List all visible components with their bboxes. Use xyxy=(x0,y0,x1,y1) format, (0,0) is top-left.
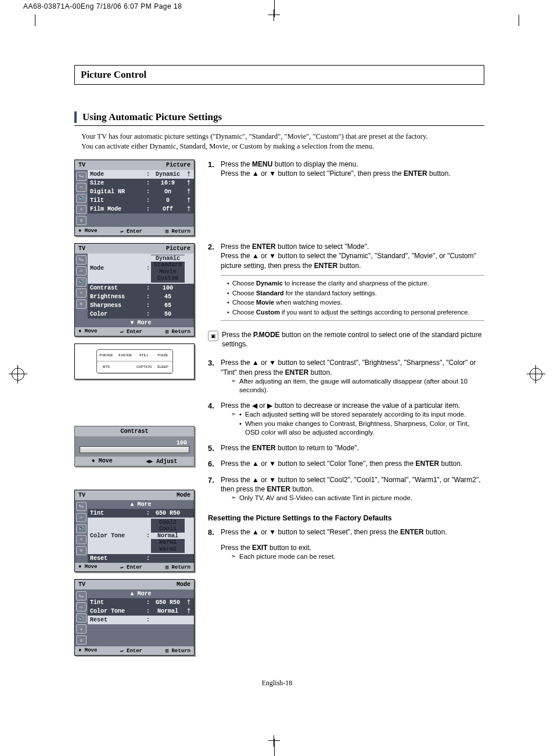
osd-menu-mode-colortone: TVMode ⮑ ▭ 🔊 ✕ ✿ ▲ More Tint:G50 R50 xyxy=(74,490,195,573)
step-3: 3. Press the ▲ or ▼ button to select "Co… xyxy=(208,358,484,395)
channel-icon: ✕ xyxy=(76,535,87,544)
step-1: 1. Press the MENU button to display the … xyxy=(208,160,484,178)
registration-mark-icon xyxy=(268,9,280,21)
input-icon: ⮑ xyxy=(76,502,87,511)
input-icon: ⮑ xyxy=(76,172,87,181)
remote-control-diagram: P.MODES.MODESTILLP.SIZEMTSCAPTIONSLEEP xyxy=(74,343,195,379)
channel-icon: ✕ xyxy=(76,288,87,298)
step-6: 6. Press the ▲ or ▼ button to select "Co… xyxy=(208,459,484,469)
divider xyxy=(74,125,484,126)
subsection-heading: Using Automatic Picture Settings xyxy=(74,111,484,123)
intro-text: Your TV has four automatic picture setti… xyxy=(81,132,484,151)
sound-icon: 🔊 xyxy=(76,613,87,623)
picture-icon: ▭ xyxy=(76,266,87,276)
registration-mark-icon xyxy=(268,735,280,747)
setup-icon: ✿ xyxy=(76,299,87,309)
osd-menu-picture-mode: TVPicture ⮑ ▭ 🔊 ✕ ✿ Mode: DynamicStandar… xyxy=(74,243,195,337)
registration-mark-icon xyxy=(12,368,24,381)
setup-icon: ✿ xyxy=(76,546,87,555)
channel-icon: ✕ xyxy=(76,624,87,634)
setup-icon: ✿ xyxy=(76,216,87,225)
input-icon: ⮑ xyxy=(76,255,87,265)
crop-tick-icon xyxy=(519,15,519,26)
picture-icon: ▭ xyxy=(76,513,87,522)
input-icon: ⮑ xyxy=(76,591,87,601)
step-8: 8. Press the ▲ or ▼ button to select "Re… xyxy=(208,527,484,561)
page-number: English-18 xyxy=(0,679,554,688)
setup-icon: ✿ xyxy=(76,635,87,645)
remote-button-icon: ▣ xyxy=(208,331,218,341)
section-title-box: Picture Control xyxy=(74,65,484,85)
pmode-note: ▣ Press the P.MODE button on the remote … xyxy=(208,330,484,349)
picture-icon: ▭ xyxy=(76,602,87,612)
crop-tick-icon xyxy=(35,15,35,26)
step-7: 7. Press the ▲ or ▼ button to select "Co… xyxy=(208,475,484,503)
sound-icon: 🔊 xyxy=(76,194,87,203)
sound-icon: 🔊 xyxy=(76,524,87,533)
step-5: 5. Press the ENTER button to return to "… xyxy=(208,443,484,454)
step-4: 4. Press the ◀ or ▶ button to decrease o… xyxy=(208,401,484,437)
reset-subsection-title: Resetting the Picture Settings to the Fa… xyxy=(208,513,484,523)
osd-contrast-gauge: Contrast 100 ♦ Move ◀▶ Adjust xyxy=(74,426,195,466)
registration-mark-icon xyxy=(530,368,542,381)
picture-icon: ▭ xyxy=(76,183,87,192)
sound-icon: 🔊 xyxy=(76,277,87,287)
channel-icon: ✕ xyxy=(76,205,87,214)
step-2: 2. Press the ENTER button twice to selec… xyxy=(208,242,484,321)
osd-menu-mode-reset: TVMode ⮑ ▭ 🔊 ✕ ✿ ▲ More Tint:G50 R50†Col… xyxy=(74,579,195,656)
osd-menu-picture: TVPicture ⮑ ▭ 🔊 ✕ ✿ Mode:Dynamic†Size:16… xyxy=(74,160,195,236)
